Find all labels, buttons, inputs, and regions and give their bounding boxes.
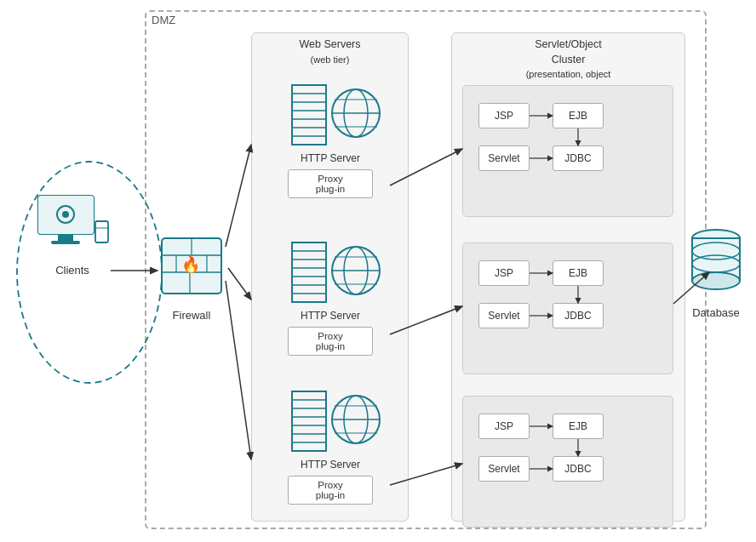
webservers-label: Web Servers(web tier)	[281, 37, 379, 67]
database-label: Database	[686, 306, 746, 319]
proxy-box-1: Proxyplug-in	[288, 169, 373, 198]
server-icon-2	[262, 238, 398, 306]
svg-point-48	[62, 211, 69, 218]
proxy-box-2: Proxyplug-in	[288, 327, 373, 356]
servlet-cell-2: Servlet	[478, 303, 530, 328]
http-group-3: HTTP Server Proxyplug-in	[262, 387, 398, 505]
http-label-1: HTTP Server	[262, 152, 398, 164]
server-icon-3	[262, 387, 398, 455]
jdbc-cell-3: JDBC	[553, 456, 604, 482]
server-icon-1	[262, 81, 398, 149]
servlet-cell-3: Servlet	[478, 456, 530, 482]
ejb-cell-1: EJB	[553, 103, 604, 128]
http-label-2: HTTP Server	[262, 310, 398, 322]
http-group-1: HTTP Server Proxyplug-in	[262, 81, 398, 198]
database-icon	[686, 221, 746, 298]
jsp-cell-2: JSP	[478, 260, 530, 286]
http-label-3: HTTP Server	[262, 459, 398, 471]
architecture-diagram: DMZ Web Servers(web tier) Servlet/Object…	[0, 0, 756, 542]
http-group-2: HTTP Server Proxyplug-in	[262, 238, 398, 356]
jsp-cell-1: JSP	[478, 103, 530, 128]
svg-rect-51	[95, 221, 108, 242]
clients-label: Clients	[17, 264, 128, 277]
svg-rect-49	[58, 234, 73, 241]
servlet-cell-1: Servlet	[478, 145, 530, 171]
servlet-tier-2: JSP EJB Servlet JDBC	[462, 242, 673, 374]
firewall-icon: 🔥	[158, 234, 226, 302]
proxy-box-3: Proxyplug-in	[288, 476, 373, 505]
dmz-label: DMZ	[152, 14, 175, 26]
firewall-area: 🔥 Firewall	[158, 234, 226, 322]
ejb-cell-3: EJB	[553, 414, 604, 439]
jdbc-cell-1: JDBC	[553, 145, 604, 171]
firewall-label: Firewall	[158, 309, 226, 322]
clients-area: Clients	[17, 187, 128, 277]
svg-point-63	[692, 272, 740, 289]
ejb-cell-2: EJB	[553, 260, 604, 286]
clients-icon	[30, 187, 115, 255]
database-area: Database	[686, 221, 746, 319]
svg-text:🔥: 🔥	[181, 255, 201, 274]
jdbc-cell-2: JDBC	[553, 303, 604, 328]
servlet-tier-3: JSP EJB Servlet JDBC	[462, 396, 673, 528]
servlet-tier-1: JSP EJB Servlet JDBC	[462, 85, 673, 217]
svg-rect-50	[51, 241, 80, 244]
jsp-cell-3: JSP	[478, 414, 530, 439]
